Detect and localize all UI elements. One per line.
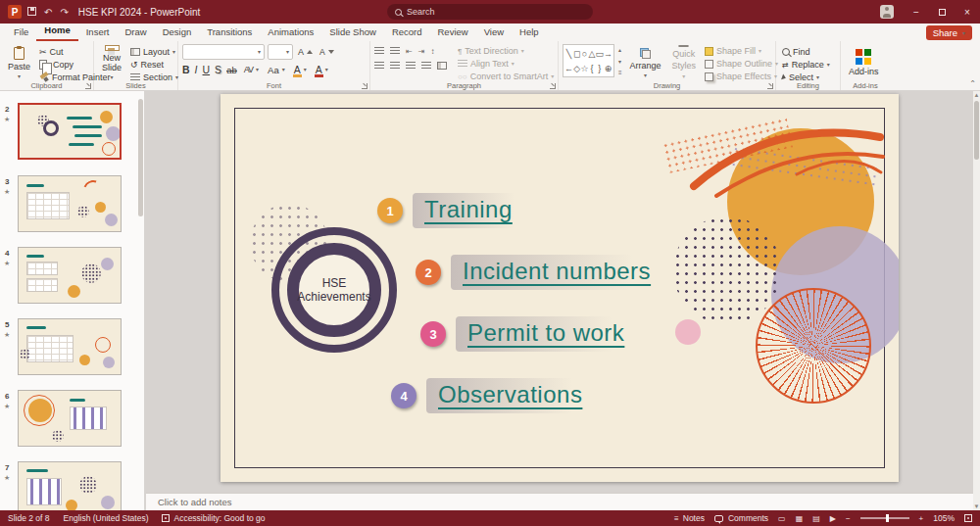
shapes-gallery-scroll[interactable]: ▴ ▾ ≡ bbox=[617, 44, 623, 77]
arrange-button[interactable]: Arrange ▾ bbox=[626, 44, 665, 81]
notes-toggle[interactable]: ≡Notes bbox=[674, 513, 705, 523]
slide-indicator[interactable]: Slide 2 of 8 bbox=[8, 513, 50, 523]
align-left-icon[interactable] bbox=[374, 62, 384, 70]
line-shape-icon[interactable]: ╲ bbox=[566, 49, 571, 59]
font-size-combobox[interactable]: ▾ bbox=[268, 44, 293, 60]
zoom-percentage[interactable]: 105% bbox=[933, 513, 955, 523]
decrease-font-size-button[interactable]: A bbox=[318, 46, 336, 58]
fit-slide-icon[interactable] bbox=[964, 514, 972, 522]
save-icon[interactable] bbox=[27, 7, 36, 16]
agenda-item-incident-numbers[interactable]: 2 Incident numbers bbox=[416, 255, 678, 290]
item-label[interactable]: Incident numbers bbox=[451, 255, 678, 290]
zoom-out-icon[interactable]: − bbox=[846, 514, 851, 523]
strikethrough-button[interactable]: ab bbox=[226, 65, 237, 75]
underline-button[interactable]: U bbox=[203, 64, 211, 75]
new-slide-button[interactable]: New Slide ▾ bbox=[98, 44, 125, 81]
slide-thumbnail-3[interactable] bbox=[18, 175, 122, 232]
tab-view[interactable]: View bbox=[476, 24, 512, 41]
increase-font-size-button[interactable]: A bbox=[296, 46, 315, 58]
text-direction-button[interactable]: ¶Text Direction▾ bbox=[456, 45, 556, 57]
zoom-slider-thumb[interactable] bbox=[886, 514, 889, 522]
find-button[interactable]: Find bbox=[780, 46, 832, 58]
agenda-item-permit-to-work[interactable]: 3 Permit to work bbox=[420, 316, 652, 352]
bold-button[interactable]: B bbox=[182, 64, 190, 75]
font-name-combobox[interactable]: ▾ bbox=[182, 44, 265, 60]
gallery-expand-icon[interactable]: ≡ bbox=[618, 70, 622, 75]
addins-button[interactable]: Add-ins bbox=[845, 44, 883, 81]
decrease-indent-icon[interactable]: ⇤ bbox=[406, 47, 413, 56]
brace-right-shape-icon[interactable]: } bbox=[598, 64, 601, 73]
line-spacing-icon[interactable]: ↕ bbox=[430, 47, 434, 56]
tab-design[interactable]: Design bbox=[155, 24, 200, 41]
search-input[interactable] bbox=[407, 7, 585, 17]
search-box[interactable] bbox=[387, 4, 593, 20]
accessibility-checker[interactable]: Accessibility: Good to go bbox=[162, 513, 265, 523]
tab-insert[interactable]: Insert bbox=[78, 24, 118, 41]
star-shape-icon[interactable]: ☆ bbox=[580, 64, 588, 73]
tab-help[interactable]: Help bbox=[512, 24, 547, 41]
hub-shape[interactable]: HSE Achievements bbox=[271, 227, 397, 353]
tab-animations[interactable]: Animations bbox=[260, 24, 321, 41]
shape-fill-button[interactable]: Shape Fill▾ bbox=[703, 45, 780, 57]
scroll-up-icon[interactable]: ▴ bbox=[618, 46, 622, 53]
item-label[interactable]: Training bbox=[413, 193, 540, 228]
italic-button[interactable]: I bbox=[195, 64, 198, 75]
bullets-icon[interactable] bbox=[374, 47, 384, 55]
close-button[interactable]: × bbox=[955, 0, 980, 24]
paragraph-dialog-launcher-icon[interactable] bbox=[550, 83, 556, 89]
equation-shape-icon[interactable]: ⊕ bbox=[605, 64, 612, 73]
text-shadow-button[interactable]: S bbox=[215, 64, 221, 75]
tab-transitions[interactable]: Transitions bbox=[199, 24, 260, 41]
diamond-shape-icon[interactable]: ◇ bbox=[573, 64, 580, 73]
maximize-button[interactable] bbox=[929, 0, 955, 24]
align-text-button[interactable]: Align Text▾ bbox=[456, 58, 556, 70]
align-center-icon[interactable] bbox=[390, 62, 400, 70]
agenda-item-training[interactable]: 1 Training bbox=[377, 193, 540, 228]
arrow-right-shape-icon[interactable]: → bbox=[604, 49, 612, 59]
justify-icon[interactable] bbox=[421, 62, 431, 70]
slide-canvas[interactable]: HSE Achievements 1 Training 2 Incident n… bbox=[220, 94, 899, 482]
tab-home[interactable]: Home bbox=[36, 22, 77, 41]
scroll-down-icon[interactable]: ▾ bbox=[618, 58, 622, 65]
scroll-down-icon[interactable]: ▼ bbox=[974, 503, 980, 509]
slide-editor-area[interactable]: HSE Achievements 1 Training 2 Incident n… bbox=[146, 91, 973, 493]
undo-icon[interactable]: ↶ bbox=[44, 7, 52, 18]
tab-review[interactable]: Review bbox=[430, 24, 476, 41]
item-label[interactable]: Observations bbox=[426, 378, 610, 413]
highlight-color-button[interactable]: A▾ bbox=[292, 64, 309, 75]
tab-slide-show[interactable]: Slide Show bbox=[321, 24, 384, 41]
increase-indent-icon[interactable]: ⇥ bbox=[418, 47, 425, 56]
font-color-button[interactable]: A▾ bbox=[314, 64, 330, 75]
drawing-dialog-launcher-icon[interactable] bbox=[767, 83, 773, 89]
change-case-button[interactable]: Aa▾ bbox=[266, 64, 287, 75]
tab-draw[interactable]: Draw bbox=[117, 24, 154, 41]
collapse-ribbon-icon[interactable]: ⌃ bbox=[969, 79, 976, 88]
brace-left-shape-icon[interactable]: { bbox=[591, 64, 594, 73]
notes-pane[interactable]: Click to add notes bbox=[146, 493, 973, 510]
item-label[interactable]: Permit to work bbox=[456, 316, 652, 352]
parallelogram-shape-icon[interactable]: ▭ bbox=[595, 49, 604, 59]
powerpoint-app-icon[interactable]: P bbox=[8, 5, 22, 19]
share-button[interactable]: Share ▾ bbox=[926, 25, 972, 40]
tab-file[interactable]: File bbox=[6, 24, 36, 41]
agenda-item-observations[interactable]: 4 Observations bbox=[391, 378, 610, 413]
slide-thumbnail-4[interactable] bbox=[18, 247, 122, 304]
slide-thumbnail-6[interactable] bbox=[18, 390, 122, 447]
user-avatar[interactable] bbox=[880, 5, 894, 19]
reset-button[interactable]: ↺Reset bbox=[128, 59, 180, 71]
align-right-icon[interactable] bbox=[406, 62, 416, 70]
slide-thumbnail-5[interactable] bbox=[18, 318, 122, 375]
layout-button[interactable]: Layout▾ bbox=[128, 46, 180, 58]
scrollbar-thumb[interactable] bbox=[974, 101, 979, 160]
redo-icon[interactable]: ↷ bbox=[60, 7, 68, 18]
zoom-in-icon[interactable]: + bbox=[919, 514, 924, 523]
character-spacing-button[interactable]: AV▾ bbox=[242, 64, 261, 75]
reading-view-icon[interactable]: ▤ bbox=[812, 514, 820, 523]
clipboard-dialog-launcher-icon[interactable] bbox=[85, 83, 91, 89]
arrow-left-shape-icon[interactable]: ← bbox=[564, 64, 573, 73]
slide-sorter-view-icon[interactable]: ▦ bbox=[796, 514, 804, 523]
tab-record[interactable]: Record bbox=[384, 24, 430, 41]
comments-toggle[interactable]: Comments bbox=[714, 513, 768, 523]
slide-thumbnail-2[interactable] bbox=[18, 103, 122, 160]
minimize-button[interactable]: − bbox=[904, 0, 929, 24]
